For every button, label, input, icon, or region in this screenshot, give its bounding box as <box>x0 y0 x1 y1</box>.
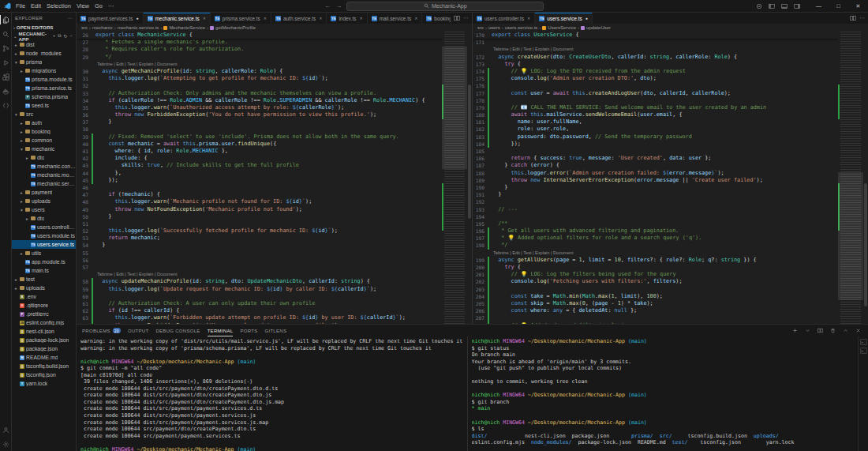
tree-item-tsconfig-json[interactable]: {}tsconfig.json <box>12 370 76 379</box>
breadcrumb-item-src[interactable]: src <box>477 25 484 30</box>
close-icon[interactable]: ✕ <box>527 16 530 21</box>
account-icon[interactable] <box>0 425 12 434</box>
scrollbar-thumb[interactable] <box>864 183 867 306</box>
tree-item-utils[interactable]: ▸utils <box>12 249 76 257</box>
tree-item-users[interactable]: ▾users <box>12 205 76 214</box>
breadcrumb-item-users-service-ts[interactable]: users.service.ts <box>505 25 538 30</box>
terminal-left[interactable]: warning: in the working copy of 'dist/sr… <box>77 336 468 451</box>
editor-tab-mail-service-ts[interactable]: TSmail.service.ts✕ <box>368 13 423 24</box>
panel-tab-problems[interactable]: PROBLEMS20 <box>82 325 121 336</box>
source-control-icon[interactable] <box>0 43 12 53</box>
menu-item-[interactable]: ⋯ <box>108 2 114 9</box>
tree-item-app-module-ts[interactable]: TSapp.module.ts <box>12 257 76 266</box>
menu-item-file[interactable]: File <box>16 2 25 9</box>
tree-item-migrations[interactable]: ▸migrations <box>12 66 76 75</box>
minimap[interactable] <box>838 32 863 324</box>
codelens-row[interactable]: Tabnine | Edit | Test | Explain | Docume… <box>77 61 442 68</box>
tree-item-seed-ts[interactable]: TSseed.ts <box>12 101 76 110</box>
editor-tab-users-service-ts[interactable]: TSusers.service.ts● <box>535 13 592 24</box>
code-editor-users-service[interactable]: 170export class UsersService {171​Tabnin… <box>473 32 868 324</box>
breadcrumb-item-getmechanicprofile[interactable]: getMechanicProfile <box>210 25 256 30</box>
codelens-row[interactable]: Tabnine | Edit | Test | Explain | Docume… <box>473 46 838 53</box>
panel-tab-output[interactable]: OUTPUT <box>128 325 148 336</box>
minimap[interactable] <box>442 32 467 324</box>
menu-item-go[interactable]: Go <box>95 2 103 9</box>
terminal-instance-bash[interactable]: >_ <box>860 339 867 345</box>
tree-item-readme-md[interactable]: MREADME.md <box>12 353 76 362</box>
code-editor-mechanic-service[interactable]: 26export class MechanicService {27 * Fet… <box>77 32 472 324</box>
minimize-button[interactable]: — <box>809 0 829 12</box>
editor-tab-mechanic-service-ts[interactable]: TSmechanic.service.ts✕ <box>144 13 211 24</box>
editor-tab-booking-service-ts[interactable]: TSbooking.service.ts✕ <box>422 13 451 24</box>
panel-tab-ports[interactable]: PORTS <box>240 325 257 336</box>
tree-item-src[interactable]: ▾src <box>12 110 76 118</box>
menu-item-edit[interactable]: Edit <box>31 2 41 9</box>
panel-tab-debug-console[interactable]: DEBUG CONSOLE <box>155 325 200 336</box>
panel-tab-gitlens[interactable]: GITLENS <box>264 325 286 336</box>
editor-tab-prisma-service-ts[interactable]: TSprisma.service.ts✕ <box>211 13 271 24</box>
scrollbar[interactable] <box>467 32 472 324</box>
tree-item-common[interactable]: ▸common <box>12 136 76 145</box>
project-header[interactable]: ⌄ MECHANIC-APP +⧉↻− <box>12 32 76 40</box>
command-center-search[interactable]: Mechanic-App <box>346 2 544 11</box>
tree-item-package-lock-json[interactable]: {}package-lock.json <box>12 336 76 344</box>
breadcrumb-item-updateuser[interactable]: updateUser <box>581 25 611 30</box>
split-editor-icon[interactable] <box>850 15 856 21</box>
editor-tab-auth-service-ts[interactable]: TSauth.service.ts✕ <box>271 13 327 24</box>
refresh-icon[interactable]: ↻ <box>63 33 67 39</box>
codelens-row[interactable]: Tabnine | Edit | Test | Explain | Docume… <box>77 271 442 278</box>
new-file-icon[interactable]: + <box>53 33 56 39</box>
codelens-row[interactable]: Tabnine | Edit | Test | Explain | Docume… <box>473 250 838 257</box>
tree-item-mechanic[interactable]: ▾mechanic <box>12 145 76 153</box>
menu-item-view[interactable]: View <box>77 2 89 9</box>
tree-item-dto[interactable]: ▸dto <box>12 214 76 223</box>
close-icon[interactable] <box>854 326 862 335</box>
editor-tab-users-controller-ts[interactable]: TSusers.controller.ts✕ <box>473 13 535 24</box>
close-button[interactable]: ✕ <box>848 0 868 12</box>
copilot-icon[interactable] <box>754 2 763 10</box>
tree-item-yarn-lock[interactable]: Yyarn.lock <box>12 379 76 388</box>
run-debug-icon[interactable] <box>0 58 12 67</box>
forward-arrow-icon[interactable]: → <box>335 2 342 9</box>
tree-item-env[interactable]: E.env <box>12 292 76 301</box>
tree-item-dist[interactable]: ▸dist <box>12 40 76 49</box>
search-icon[interactable] <box>0 29 12 39</box>
tree-item-mechanic-controller-ts[interactable]: TSmechanic.controller.ts <box>12 162 76 171</box>
tree-item-uploads[interactable]: ▸uploads <box>12 197 76 205</box>
breadcrumb-item-usersservice[interactable]: UsersService <box>542 25 576 30</box>
close-icon[interactable]: ✕ <box>203 16 206 21</box>
breadcrumb-item-users[interactable]: users <box>488 25 500 30</box>
menu-item-selection[interactable]: Selection <box>47 2 71 9</box>
remote-explorer-icon[interactable] <box>0 100 12 110</box>
minimap-slider[interactable] <box>442 47 467 169</box>
panel-tab-terminal[interactable]: TERMINAL <box>208 325 234 336</box>
tree-item-users-controller-ts[interactable]: TSusers.controller.ts <box>12 223 76 231</box>
dirty-dot-icon[interactable]: ● <box>136 16 138 21</box>
trash-icon[interactable] <box>829 326 837 335</box>
tree-item-prisma-service-ts[interactable]: TSprisma.service.ts <box>12 84 76 92</box>
breadcrumb-item-mechanic[interactable]: mechanic <box>92 25 113 30</box>
tree-item-gitignore[interactable]: G.gitignore <box>12 301 76 310</box>
tree-item-users-service-ts[interactable]: TSusers.service.ts <box>12 240 76 249</box>
new-folder-icon[interactable]: ⧉ <box>58 33 61 39</box>
scrollbar-thumb[interactable] <box>468 85 471 219</box>
split-editor-icon[interactable] <box>454 15 460 21</box>
plus-icon[interactable] <box>791 326 799 335</box>
tree-item-users-module-ts[interactable]: TSusers.module.ts <box>12 231 76 240</box>
tree-item-node-modules[interactable]: ▸node_modules <box>12 49 76 58</box>
scrollbar[interactable] <box>863 32 868 324</box>
tree-item-main-ts[interactable]: TSmain.ts <box>12 266 76 275</box>
extensions-icon[interactable] <box>0 72 12 81</box>
maximize-button[interactable]: □ <box>829 0 848 12</box>
dirty-dot-icon[interactable]: ● <box>586 16 588 21</box>
close-icon[interactable]: ✕ <box>414 16 417 21</box>
docker-icon[interactable] <box>0 86 12 96</box>
breadcrumb-item-mechanic-service-ts[interactable]: mechanic.service.ts <box>118 25 159 30</box>
back-arrow-icon[interactable]: ← <box>324 2 331 9</box>
close-icon[interactable]: ✕ <box>319 16 322 21</box>
close-icon[interactable]: ✕ <box>264 16 267 21</box>
tree-item-tsconfig-build-json[interactable]: {}tsconfig.build.json <box>12 362 76 370</box>
terminal-right[interactable]: nich@nich MINGW64 ~/Desktop/mechanic/Mec… <box>468 336 859 451</box>
editor-tab-payment-services-ts[interactable]: TSpayment.services.ts● <box>77 13 144 24</box>
tree-item-nest-cli-json[interactable]: {}nest-cli.json <box>12 327 76 336</box>
